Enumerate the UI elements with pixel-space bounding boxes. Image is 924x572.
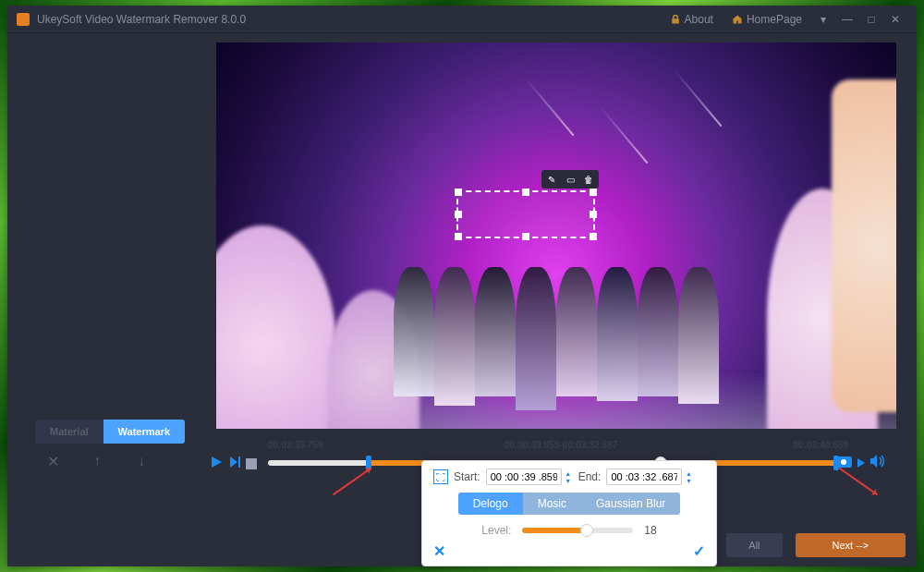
tab-watermark[interactable]: Watermark [103,420,185,444]
cancel-button[interactable]: ✕ [433,542,445,560]
close-button[interactable]: ✕ [883,10,907,29]
start-spinner: ▲ ▼ [564,469,573,484]
time-row: ⛶ Start: ▲ ▼ End: ▲ ▼ [433,469,705,485]
end-spinner: ▲ ▼ [684,469,693,484]
svg-rect-0 [238,456,240,468]
watermark-selection[interactable] [456,190,595,238]
tab-material[interactable]: Material [35,420,103,444]
decor [674,69,723,128]
trash-icon[interactable]: 🗑 [581,173,596,186]
next-button[interactable]: Next --> [796,533,906,557]
slider-handle[interactable] [580,524,593,537]
smallplay-icon[interactable] [857,455,865,471]
decor [600,106,649,164]
maximize-button[interactable]: □ [859,10,883,29]
resize-handle[interactable] [455,189,462,196]
start-input[interactable] [486,469,562,485]
mode-gaussian[interactable]: Gaussian Blur [581,493,680,515]
step-button[interactable] [227,455,242,473]
spin-up[interactable]: ▲ [684,469,693,477]
sidebar-actions: ✕ ↑ ↓ [44,453,150,469]
sidebar-tabs: Material Watermark [35,420,185,444]
bottom-bar: All Next --> [726,533,906,557]
decor [216,225,336,429]
timeline-time-right: 00:03:40.659 [794,440,849,450]
level-value: 18 [644,524,656,537]
about-label: About [685,13,713,26]
level-slider[interactable] [522,528,633,533]
move-down-button[interactable]: ↓ [133,453,150,469]
dropdown-icon[interactable]: ▾ [811,10,835,29]
end-label: End: [578,470,602,483]
volume-icon[interactable] [870,455,885,471]
popup-footer: ✕ ✓ [433,542,705,560]
mode-tabs: Delogo Mosic Gaussian Blur [458,493,681,515]
spin-up[interactable]: ▲ [564,469,573,477]
minimize-button[interactable]: — [835,10,859,29]
resize-handle[interactable] [522,189,529,196]
decor [394,267,719,410]
slider-fill [522,528,583,533]
decor [832,79,896,412]
resize-handle[interactable] [590,211,597,218]
mode-mosic[interactable]: Mosic [523,493,581,515]
annotation-arrow [333,468,371,495]
spin-down[interactable]: ▼ [684,477,693,484]
playback-controls [209,455,257,473]
selection-toolbar: ✎ ▭ 🗑 [541,170,599,189]
timeline-time-left: 00:02:35.759 [268,440,323,450]
delete-button[interactable]: ✕ [44,453,61,469]
resize-handle[interactable] [455,211,462,218]
start-label: Start: [454,470,480,483]
home-icon [732,14,743,25]
app-title: UkeySoft Video Watermark Remover 8.0.0 [37,13,246,26]
spin-down[interactable]: ▼ [564,477,573,484]
move-up-button[interactable]: ↑ [89,453,105,469]
homepage-link[interactable]: HomePage [732,13,802,26]
expand-icon[interactable]: ⛶ [433,469,448,484]
resize-handle[interactable] [590,189,597,196]
watermark-settings-popup: ⛶ Start: ▲ ▼ End: ▲ ▼ Delogo Mosic Gauss… [421,460,717,566]
annotation-arrow [839,468,878,495]
level-row: Level: 18 [433,524,705,537]
app-logo-icon [17,13,30,26]
end-input[interactable] [606,469,682,485]
stop-button[interactable] [246,458,257,469]
frame-icon[interactable]: ▭ [563,173,578,186]
decor [526,79,575,137]
mode-delogo[interactable]: Delogo [458,493,523,515]
resize-handle[interactable] [522,233,529,240]
app-window: UkeySoft Video Watermark Remover 8.0.0 A… [7,6,917,566]
timeline-time-range: 00:00:39.859-00:03:32.687 [505,440,617,450]
edit-icon[interactable]: ✎ [544,173,559,186]
lock-icon [670,14,681,25]
about-link[interactable]: About [670,13,713,26]
level-label: Level: [481,524,511,537]
resize-handle[interactable] [590,233,597,240]
video-preview[interactable]: ✎ ▭ 🗑 [216,43,896,429]
sidebar: Material Watermark ✕ ↑ ↓ [7,33,216,566]
confirm-button[interactable]: ✓ [693,542,705,560]
homepage-label: HomePage [747,13,802,26]
titlebar: UkeySoft Video Watermark Remover 8.0.0 A… [7,6,917,33]
all-button[interactable]: All [726,533,782,557]
resize-handle[interactable] [455,233,462,240]
svg-point-2 [841,459,846,465]
play-button[interactable] [209,455,224,473]
